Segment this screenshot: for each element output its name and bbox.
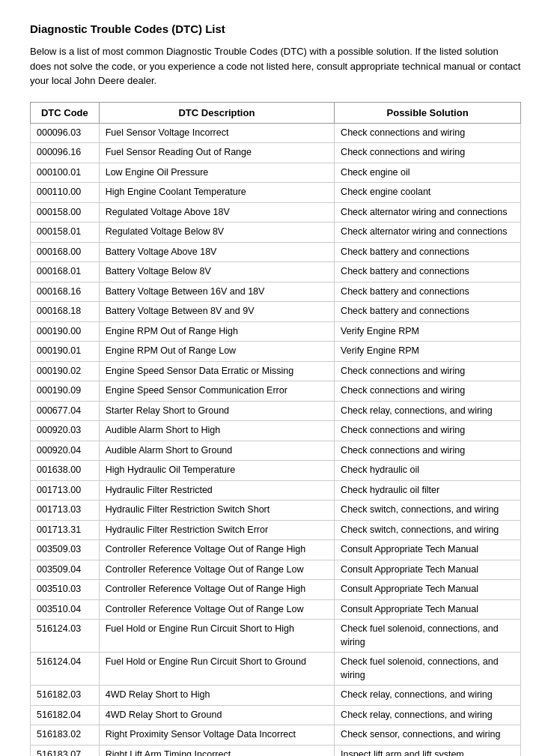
dtc-solution: Consult Appropriate Tech Manual <box>335 560 521 580</box>
dtc-solution: Inspect lift arm and lift system <box>335 745 521 756</box>
dtc-description: Audible Alarm Short to Ground <box>99 441 334 461</box>
dtc-description: Controller Reference Voltage Out of Rang… <box>99 580 334 600</box>
dtc-description: Controller Reference Voltage Out of Rang… <box>99 560 334 580</box>
dtc-solution: Check sensor, connections, and wiring <box>335 725 521 746</box>
table-row: 001713.03Hydraulic Filter Restriction Sw… <box>31 501 521 521</box>
dtc-description: Low Engine Oil Pressure <box>99 163 334 183</box>
dtc-solution: Check fuel solenoid, connections, and wi… <box>335 653 521 686</box>
dtc-solution: Check connections and wiring <box>335 441 521 461</box>
dtc-code: 000168.16 <box>31 282 100 302</box>
dtc-description: Battery Voltage Below 8V <box>99 262 334 282</box>
dtc-description: Hydraulic Filter Restriction Switch Erro… <box>99 520 334 540</box>
dtc-description: Hydraulic Filter Restriction Switch Shor… <box>99 501 334 521</box>
table-row: 000190.01Engine RPM Out of Range LowVeri… <box>31 342 521 362</box>
dtc-code: 000168.18 <box>31 302 100 322</box>
dtc-solution: Verify Engine RPM <box>335 321 521 342</box>
dtc-code: 516124.03 <box>31 620 100 653</box>
dtc-solution: Check switch, connections, and wiring <box>335 501 521 521</box>
dtc-code: 000110.00 <box>31 183 100 203</box>
dtc-description: Engine Speed Sensor Communication Error <box>99 381 334 402</box>
table-row: 516124.03Fuel Hold or Engine Run Circuit… <box>31 620 521 653</box>
dtc-solution: Check engine coolant <box>335 183 521 203</box>
table-row: 516182.034WD Relay Short to HighCheck re… <box>31 686 521 706</box>
dtc-description: Right Proximity Sensor Voltage Data Inco… <box>99 725 334 746</box>
dtc-description: Engine Speed Sensor Data Erratic or Miss… <box>99 361 334 381</box>
dtc-description: Engine RPM Out of Range Low <box>99 342 334 362</box>
dtc-description: Starter Relay Short to Ground <box>99 401 334 421</box>
dtc-description: Regulated Voltage Above 18V <box>99 202 334 223</box>
table-row: 000158.01Regulated Voltage Below 8VCheck… <box>31 223 521 243</box>
table-row: 001713.31Hydraulic Filter Restriction Sw… <box>31 520 521 540</box>
dtc-code: 000190.00 <box>31 321 100 342</box>
dtc-solution: Check connections and wiring <box>335 381 521 402</box>
table-row: 003510.03Controller Reference Voltage Ou… <box>31 580 521 600</box>
dtc-code: 003510.04 <box>31 599 100 620</box>
table-row: 000677.04Starter Relay Short to GroundCh… <box>31 401 521 421</box>
dtc-solution: Check switch, connections, and wiring <box>335 520 521 540</box>
table-row: 000168.00Battery Voltage Above 18VCheck … <box>31 242 521 262</box>
dtc-description: 4WD Relay Short to High <box>99 686 334 706</box>
dtc-code: 003510.03 <box>31 580 100 600</box>
table-row: 000168.18Battery Voltage Between 8V and … <box>31 302 521 322</box>
dtc-solution: Check battery and connections <box>335 242 521 262</box>
dtc-solution: Check alternator wiring and connections <box>335 202 521 223</box>
dtc-description: Fuel Sensor Voltage Incorrect <box>99 123 334 143</box>
dtc-solution: Check fuel solenoid, connections, and wi… <box>335 620 521 653</box>
table-row: 000168.16Battery Voltage Between 16V and… <box>31 282 521 302</box>
col-header-solution: Possible Solution <box>335 102 521 123</box>
dtc-solution: Check relay, connections, and wiring <box>335 401 521 421</box>
dtc-description: Fuel Hold or Engine Run Circuit Short to… <box>99 620 334 653</box>
dtc-description: Hydraulic Filter Restricted <box>99 480 334 501</box>
table-row: 516183.07Right Lift Arm Timing Incorrect… <box>31 745 521 756</box>
table-row: 003509.04Controller Reference Voltage Ou… <box>31 560 521 580</box>
dtc-description: High Engine Coolant Temperature <box>99 183 334 203</box>
dtc-code: 000168.01 <box>31 262 100 282</box>
dtc-code: 000190.09 <box>31 381 100 402</box>
dtc-solution: Check battery and connections <box>335 302 521 322</box>
dtc-code: 516183.07 <box>31 745 100 756</box>
dtc-code: 516182.04 <box>31 705 100 725</box>
dtc-description: Right Lift Arm Timing Incorrect <box>99 745 334 756</box>
dtc-code: 000190.02 <box>31 361 100 381</box>
dtc-description: High Hydraulic Oil Temperature <box>99 461 334 481</box>
dtc-solution: Consult Appropriate Tech Manual <box>335 580 521 600</box>
table-row: 001713.00Hydraulic Filter RestrictedChec… <box>31 480 521 501</box>
table-row: 516183.02Right Proximity Sensor Voltage … <box>31 725 521 746</box>
dtc-code: 516183.02 <box>31 725 100 746</box>
dtc-description: Regulated Voltage Below 8V <box>99 223 334 243</box>
table-row: 000920.03Audible Alarm Short to HighChec… <box>31 421 521 441</box>
dtc-code: 001638.00 <box>31 461 100 481</box>
col-header-code: DTC Code <box>31 102 100 123</box>
dtc-solution: Consult Appropriate Tech Manual <box>335 599 521 620</box>
dtc-description: Battery Voltage Between 16V and 18V <box>99 282 334 302</box>
dtc-code: 003509.04 <box>31 560 100 580</box>
intro-text: Below is a list of most common Diagnosti… <box>30 44 521 88</box>
table-row: 000096.03Fuel Sensor Voltage IncorrectCh… <box>31 123 521 143</box>
dtc-solution: Check relay, connections, and wiring <box>335 686 521 706</box>
table-row: 000190.09Engine Speed Sensor Communicati… <box>31 381 521 402</box>
dtc-description: Engine RPM Out of Range High <box>99 321 334 342</box>
dtc-description: Controller Reference Voltage Out of Rang… <box>99 599 334 620</box>
dtc-solution: Check battery and connections <box>335 262 521 282</box>
dtc-description: Audible Alarm Short to High <box>99 421 334 441</box>
table-row: 000920.04Audible Alarm Short to GroundCh… <box>31 441 521 461</box>
dtc-code: 001713.31 <box>31 520 100 540</box>
table-row: 000096.16Fuel Sensor Reading Out of Rang… <box>31 143 521 163</box>
dtc-solution: Verify Engine RPM <box>335 342 521 362</box>
table-row: 000100.01Low Engine Oil PressureCheck en… <box>31 163 521 183</box>
dtc-description: Fuel Sensor Reading Out of Range <box>99 143 334 163</box>
table-row: 001638.00High Hydraulic Oil TemperatureC… <box>31 461 521 481</box>
table-row: 516124.04Fuel Hold or Engine Run Circuit… <box>31 653 521 686</box>
dtc-code: 000096.16 <box>31 143 100 163</box>
dtc-code: 000190.01 <box>31 342 100 362</box>
dtc-description: Battery Voltage Between 8V and 9V <box>99 302 334 322</box>
dtc-code: 516124.04 <box>31 653 100 686</box>
dtc-description: Fuel Hold or Engine Run Circuit Short to… <box>99 653 334 686</box>
dtc-code: 516182.03 <box>31 686 100 706</box>
dtc-description: Battery Voltage Above 18V <box>99 242 334 262</box>
dtc-code: 003509.03 <box>31 540 100 560</box>
dtc-description: Controller Reference Voltage Out of Rang… <box>99 540 334 560</box>
dtc-code: 001713.03 <box>31 501 100 521</box>
dtc-solution: Check connections and wiring <box>335 143 521 163</box>
dtc-solution: Check engine oil <box>335 163 521 183</box>
